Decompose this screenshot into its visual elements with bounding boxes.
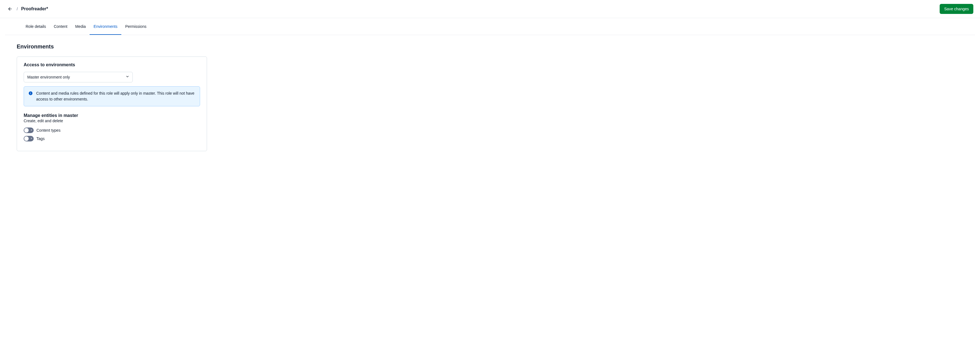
toggle-label-content-types: Content types <box>37 128 60 132</box>
tabs-nav: Role details Content Media Environments … <box>5 18 975 35</box>
access-select[interactable]: Master environment only <box>24 72 133 82</box>
tab-environments[interactable]: Environments <box>90 18 121 35</box>
toggle-row-content-types: Content types <box>24 128 200 133</box>
x-icon <box>30 137 33 140</box>
content-area: Environments Access to environments Mast… <box>0 35 980 160</box>
environments-card: Access to environments Master environmen… <box>17 56 207 151</box>
save-changes-button[interactable]: Save changes <box>940 4 973 14</box>
toggle-label-tags: Tags <box>37 136 45 141</box>
arrow-left-icon <box>8 6 13 11</box>
x-icon <box>30 129 33 132</box>
access-select-wrapper: Master environment only <box>24 72 133 82</box>
manage-sub: Create, edit and delete <box>24 118 200 123</box>
manage-heading: Manage entities in master <box>24 113 200 118</box>
tab-role-details[interactable]: Role details <box>22 18 50 35</box>
toggle-tags[interactable] <box>24 136 33 141</box>
toggle-knob <box>24 128 29 132</box>
tab-content[interactable]: Content <box>50 18 71 35</box>
tab-media[interactable]: Media <box>71 18 90 35</box>
header-left: / Proofreader* <box>7 6 48 12</box>
toggle-knob <box>24 136 29 141</box>
page-header: / Proofreader* Save changes <box>0 0 980 18</box>
info-text: Content and media rules defined for this… <box>36 91 195 102</box>
breadcrumb-separator: / <box>17 7 18 11</box>
svg-point-3 <box>30 92 31 93</box>
page-title: Proofreader* <box>21 6 48 11</box>
tab-permissions[interactable]: Permissions <box>121 18 150 35</box>
toggle-row-tags: Tags <box>24 136 200 141</box>
toggle-content-types[interactable] <box>24 128 33 133</box>
section-heading: Environments <box>17 43 963 50</box>
info-icon <box>29 91 33 102</box>
info-note: Content and media rules defined for this… <box>24 86 200 106</box>
access-heading: Access to environments <box>24 62 200 67</box>
back-button[interactable] <box>7 6 13 12</box>
